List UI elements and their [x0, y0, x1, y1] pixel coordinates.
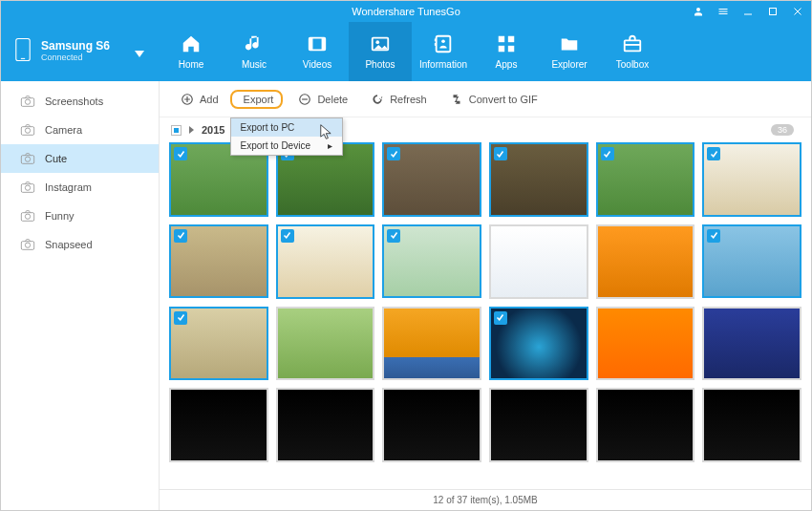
photo-thumb[interactable]: [382, 388, 481, 462]
sidebar: ScreenshotsCameraCuteInstagramFunnySnaps…: [1, 81, 160, 510]
photo-thumb[interactable]: [276, 307, 375, 381]
minimize-icon[interactable]: [742, 6, 754, 17]
svg-rect-18: [625, 44, 641, 46]
photo-thumb[interactable]: [596, 224, 695, 299]
nav-home[interactable]: Home: [160, 22, 223, 81]
svg-rect-1: [770, 9, 777, 15]
check-icon: [174, 229, 187, 243]
photo-thumb[interactable]: [382, 224, 481, 299]
svg-point-28: [25, 214, 30, 219]
sidebar-item-screenshots[interactable]: Screenshots: [1, 87, 159, 116]
photos-icon: [370, 33, 391, 54]
music-icon: [244, 33, 265, 54]
plus-icon: [181, 93, 194, 106]
add-button[interactable]: Add: [169, 88, 230, 111]
close-icon[interactable]: [792, 6, 803, 17]
photo-thumb[interactable]: [169, 388, 268, 462]
sidebar-item-camera[interactable]: Camera: [1, 116, 159, 144]
photo-thumb[interactable]: [169, 224, 268, 299]
nav-toolbox[interactable]: Toolbox: [601, 22, 664, 81]
svg-rect-10: [435, 39, 437, 42]
convert-gif-button[interactable]: Convert to GIF: [438, 88, 549, 111]
check-icon: [174, 311, 187, 325]
export-button[interactable]: Export Export to PC Export to Device▸: [230, 90, 284, 109]
photo-thumb[interactable]: [276, 388, 375, 462]
camera-icon: [20, 238, 35, 251]
refresh-icon: [371, 93, 384, 106]
nav-videos[interactable]: Videos: [286, 22, 349, 81]
device-name: Samsung S6: [41, 40, 110, 53]
check-icon: [494, 147, 507, 160]
add-label: Add: [200, 94, 219, 105]
nav-apps[interactable]: Apps: [475, 22, 538, 81]
group-checkbox[interactable]: [171, 125, 182, 136]
chevron-down-icon: [135, 45, 144, 62]
sidebar-item-label: Screenshots: [45, 96, 103, 107]
svg-point-24: [25, 157, 30, 161]
sidebar-item-label: Funny: [45, 210, 75, 222]
svg-point-26: [25, 185, 30, 190]
group-year: 2015: [202, 124, 224, 136]
photo-thumb[interactable]: [702, 307, 801, 381]
photo-thumb[interactable]: [276, 224, 375, 299]
nav-photos[interactable]: Photos: [349, 22, 412, 81]
nav-information[interactable]: Information: [412, 22, 475, 81]
photo-grid-scroll[interactable]: [160, 142, 811, 489]
svg-rect-15: [499, 46, 504, 52]
camera-icon: [20, 209, 35, 223]
svg-rect-0: [744, 14, 752, 15]
sidebar-item-funny[interactable]: Funny: [1, 202, 159, 230]
svg-rect-5: [310, 38, 313, 51]
action-bar: Add Export Export to PC Export to Device…: [160, 81, 811, 117]
titlebar-controls: [693, 6, 803, 17]
check-icon: [707, 147, 720, 160]
photo-thumb[interactable]: [702, 142, 801, 217]
convert-label: Convert to GIF: [469, 94, 538, 105]
home-icon: [181, 33, 202, 54]
photo-thumb[interactable]: [489, 388, 588, 462]
sidebar-item-snapseed[interactable]: Snapseed: [1, 230, 159, 259]
sidebar-item-cute[interactable]: Cute: [1, 144, 159, 173]
status-bar: 12 of 37 item(s), 1.05MB: [160, 489, 811, 510]
nav-music[interactable]: Music: [223, 22, 286, 81]
photo-thumb[interactable]: [169, 307, 268, 381]
nav-label: Videos: [303, 59, 331, 70]
apps-icon: [496, 33, 517, 54]
nav-label: Explorer: [551, 59, 587, 70]
photo-thumb[interactable]: [489, 142, 588, 217]
maximize-icon[interactable]: [767, 6, 779, 17]
menu-icon[interactable]: [717, 6, 729, 17]
photo-thumb[interactable]: [596, 388, 695, 462]
cursor-icon: [320, 124, 333, 143]
photo-thumb[interactable]: [382, 307, 481, 381]
svg-point-30: [25, 243, 30, 247]
nav-explorer[interactable]: Explorer: [538, 22, 601, 81]
information-icon: [433, 33, 454, 54]
delete-label: Delete: [317, 94, 348, 105]
refresh-label: Refresh: [390, 94, 427, 105]
explorer-icon: [559, 33, 580, 54]
svg-point-12: [441, 39, 445, 43]
photo-thumb[interactable]: [596, 307, 695, 381]
sidebar-item-instagram[interactable]: Instagram: [1, 173, 159, 202]
device-selector[interactable]: Samsung S6 Connected: [1, 22, 160, 81]
phone-icon: [14, 37, 32, 66]
export-label: Export: [244, 94, 274, 105]
toolbox-icon: [622, 33, 643, 54]
delete-button[interactable]: Delete: [287, 88, 359, 111]
body: ScreenshotsCameraCuteInstagramFunnySnaps…: [1, 81, 811, 510]
group-count-badge: 36: [771, 124, 794, 136]
photo-thumb[interactable]: [596, 142, 695, 217]
svg-point-20: [25, 99, 30, 104]
photo-thumb[interactable]: [702, 388, 801, 462]
check-icon: [494, 311, 507, 325]
photo-thumb[interactable]: [489, 224, 588, 299]
user-icon[interactable]: [693, 6, 704, 17]
photo-thumb[interactable]: [489, 307, 588, 381]
nav-label: Photos: [365, 59, 395, 70]
refresh-button[interactable]: Refresh: [359, 88, 438, 111]
photo-thumb[interactable]: [702, 224, 801, 299]
collapse-triangle-icon[interactable]: [189, 126, 194, 134]
check-icon: [601, 147, 614, 160]
photo-thumb[interactable]: [382, 142, 481, 217]
